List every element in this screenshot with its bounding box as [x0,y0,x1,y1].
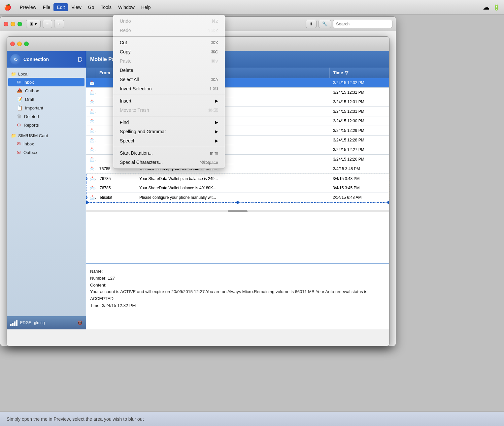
preview-content-text: Your account is ACTIVE and will expire o… [90,289,385,302]
preview-number: Number: 127 [90,275,385,282]
menu-help[interactable]: Help [138,3,154,11]
sidebar-item-inbox[interactable]: ✉ Inbox [8,78,84,86]
menu-item-speech[interactable]: Speech ▶ [113,136,225,145]
row-icon: 📩 [86,78,96,87]
paste-label: Paste [120,58,132,64]
menu-item-paste[interactable]: Paste ⌘V [113,56,225,66]
sim-folder-icon: 📁 [11,133,16,138]
battery-icon: 🔋 [493,4,500,11]
sidebar-item-deleted[interactable]: 🗑 Deleted [7,112,86,121]
row-time: 3/24/15 12:27 PM [330,145,389,154]
speech-label: Speech [120,138,135,143]
invert-shortcut: ⇧⌘I [209,86,218,91]
delete-label: Delete [120,68,133,73]
sidebar-item-important[interactable]: 📋 Important [7,104,86,112]
menu-item-cut[interactable]: Cut ⌘X [113,38,225,47]
menu-item-start-dictation[interactable]: Start Dictation... fn fn [113,148,225,158]
menu-item-spelling[interactable]: Spelling and Grammar ▶ [113,127,225,136]
preview-zoom-button[interactable] [17,22,22,26]
menu-tools[interactable]: Tools [97,3,115,11]
draft-icon: 📝 [17,97,22,102]
select-all-shortcut: ⌘A [211,77,218,82]
share-button[interactable]: ⬆ [306,20,317,28]
sim-inbox-label: Inbox [23,141,34,146]
sms-minimize-button[interactable] [17,42,22,46]
sidebar-tree: 📁 Local ✉ Inbox 📤 Outbox 📝 Draft [7,68,86,316]
menu-item-undo[interactable]: Undo ⌘Z [113,16,225,26]
scroll-indicator [86,210,389,212]
row-time: 3/24/15 12:30 PM [330,116,389,126]
find-label: Find [120,120,129,125]
row-from: etisalat [96,193,136,202]
search-input[interactable] [333,20,392,28]
row-icon: 📩 [86,145,96,154]
row-icon: 📩 [86,88,96,97]
sidebar-group-local[interactable]: 📁 Local [7,70,86,78]
deleted-label: Deleted [24,114,39,119]
menu-view[interactable]: View [68,3,84,11]
reports-label: Reports [24,123,39,128]
redo-shortcut: ⇧⌘Z [208,28,218,33]
sms-close-button[interactable] [10,42,15,46]
table-row[interactable]: 📩 76785 Your ShareData Wallet balance is… [86,183,389,193]
row-icon: 📩 [86,174,96,183]
sidebar-item-draft[interactable]: 📝 Draft [7,95,86,104]
menu-item-find[interactable]: Find ▶ [113,118,225,127]
spelling-label: Spelling and Grammar [120,129,166,134]
col-header-time[interactable]: Time ▽ [330,68,389,78]
time-filter-icon[interactable]: ▽ [345,70,348,75]
sms-zoom-button[interactable] [24,42,29,46]
selection-container: 📩 76785 You have used up your ShareData … [86,164,389,203]
sidebar-group-sim[interactable]: 📁 SIM/USIM Card [7,132,86,139]
menu-window[interactable]: Window [115,3,138,11]
row-icon: 📩 [86,183,96,193]
row-icon: 📩 [86,136,96,145]
menu-preview[interactable]: Preview [17,3,40,11]
menu-go[interactable]: Go [85,3,98,11]
sidebar-item-sim-outbox[interactable]: ✉ Outbox [7,148,86,157]
row-time: 3/24/15 12:28 PM [330,136,389,145]
panel-toggle-button[interactable]: ⊞ ▾ [26,20,41,28]
menu-item-invert-selection[interactable]: Invert Selection ⇧⌘I [113,84,225,93]
lock-button[interactable]: 🔧 [319,20,331,28]
signal-type: EDGE [20,320,31,325]
preview-close-button[interactable] [4,22,8,26]
bottom-hint-bar: Simply open the me in Preview, select th… [0,411,504,426]
menu-item-insert[interactable]: Insert ▶ [113,96,225,106]
sidebar-item-reports[interactable]: ⚙ Reports [7,121,86,129]
row-time: 3/4/15 3:48 PM [329,174,389,183]
connection-expand-icon[interactable]: D [78,56,83,63]
sidebar-item-outbox[interactable]: 📤 Outbox [7,86,86,95]
row-time: 3/24/15 12:29 PM [330,126,389,135]
sidebar-status-bar: EDGE glo ng 📵 [7,316,86,329]
local-label: Local [18,72,28,76]
zoom-out-button[interactable]: − [43,20,52,28]
menu-edit[interactable]: Edit [53,3,68,11]
menu-item-special-characters[interactable]: Special Characters... ^⌘Space [113,158,225,167]
menu-item-select-all[interactable]: Select All ⌘A [113,75,225,84]
menu-item-redo[interactable]: Redo ⇧⌘Z [113,26,225,35]
row-time: 3/24/15 12:31 PM [330,107,389,116]
sidebar-item-sim-inbox[interactable]: ✉ Inbox [7,139,86,148]
apple-menu-icon[interactable]: 🍎 [4,4,11,11]
preview-name: Name: [90,268,385,275]
row-icon: 📩 [86,107,96,116]
dictation-shortcut: fn fn [210,151,218,156]
table-row[interactable]: 📩 76785 Your ShareData Wallet plan balan… [86,174,389,183]
menu-file[interactable]: File [40,3,54,11]
insert-label: Insert [120,98,131,104]
row-icon: 📩 [86,155,96,164]
menu-item-move-to-trash[interactable]: Move to Trash ⌘⌫ [113,106,225,115]
scroll-thumb[interactable] [228,210,248,212]
row-time: 3/24/15 12:32 PM [330,78,389,87]
sim-inbox-icon: ✉ [17,141,21,146]
menu-item-copy[interactable]: Copy ⌘C [113,47,225,56]
menu-separator [113,147,225,147]
sms-traffic-lights [10,42,29,46]
dictation-label: Start Dictation... [120,150,153,156]
selection-handle-bottom-center [236,201,239,204]
zoom-in-button[interactable]: + [54,20,64,28]
menu-item-delete[interactable]: Delete [113,66,225,75]
row-icon: 📩 [86,164,96,173]
preview-minimize-button[interactable] [11,22,15,26]
